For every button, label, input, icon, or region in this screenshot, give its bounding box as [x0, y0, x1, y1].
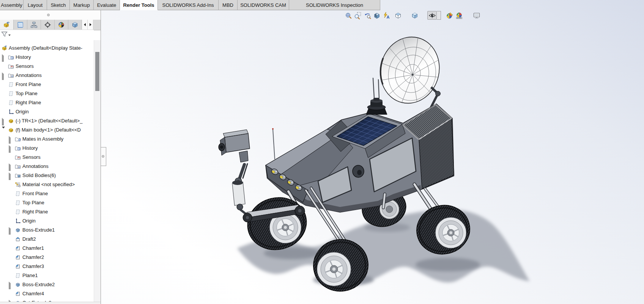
tree-item-chamfer2[interactable]: Chamfer2	[0, 253, 94, 262]
tree-item-plane1[interactable]: Plane1	[0, 271, 94, 280]
edit-appearance-button[interactable]	[445, 11, 454, 20]
chamfer-icon	[15, 254, 21, 260]
view-orientation-button[interactable]	[393, 11, 403, 20]
collapse-arrow-icon[interactable]	[2, 128, 6, 132]
solidworks-window: AssemblyLayoutSketchMarkupEvaluateRender…	[0, 0, 644, 304]
tab-markup[interactable]: Markup	[70, 0, 94, 10]
expand-arrow-icon[interactable]	[9, 229, 13, 232]
tree-item-label: Boss-Extrude1	[22, 226, 55, 235]
tree-item-top-plane[interactable]: Top Plane	[0, 198, 94, 207]
expand-arrow-icon[interactable]	[2, 119, 6, 123]
tab-mbd[interactable]: MBD	[219, 0, 238, 10]
tree-item-chamfer3[interactable]: Chamfer3	[0, 262, 94, 271]
tree-item-origin[interactable]: Origin	[0, 107, 94, 116]
plane-icon	[15, 191, 21, 197]
tree-item-annotations[interactable]: AAnnotations	[0, 162, 94, 171]
tree-item-boss-extrude1[interactable]: Boss-Extrude1	[0, 226, 94, 235]
tree-item-history[interactable]: History	[0, 144, 94, 153]
expand-arrow-icon[interactable]	[2, 74, 6, 78]
hide-show-items-dropdown[interactable]	[437, 11, 441, 20]
tree-item-solid-bodies-6[interactable]: Solid Bodies(6)	[0, 171, 94, 180]
panel-tab-bar	[0, 20, 101, 30]
previous-view-button[interactable]	[362, 11, 372, 20]
tree-item-origin[interactable]: Origin	[0, 216, 94, 226]
expand-arrow-icon[interactable]	[9, 147, 13, 150]
expand-arrow-icon[interactable]	[9, 165, 13, 169]
panel-tab-featuremanager-design-tree[interactable]	[0, 20, 14, 30]
tree-item-right-plane[interactable]: Right Plane	[0, 98, 94, 107]
tab-solidworks-cam[interactable]: SOLIDWORKS CAM	[238, 0, 289, 10]
panel-tab-cam-feature-tree[interactable]	[68, 20, 82, 30]
tab-solidworks-add-ins[interactable]: SOLIDWORKS Add-Ins	[158, 0, 219, 10]
zoom-to-fit-button[interactable]	[343, 11, 353, 20]
tree-item-sensors[interactable]: Sensors	[0, 62, 94, 71]
panel-tab-propertymanager[interactable]	[14, 20, 27, 30]
tree-item-mates-in-assembly[interactable]: Mates in Assembly	[0, 135, 94, 144]
tree-item-label: Boss-Extrude2	[22, 280, 55, 289]
view-settings-button[interactable]	[472, 11, 481, 20]
filter-dropdown-caret[interactable]	[8, 34, 11, 36]
tree-filter-row	[0, 30, 94, 40]
rover-body[interactable]	[266, 104, 454, 212]
tree-item-sensors[interactable]: Sensors	[0, 153, 94, 162]
expand-arrow-icon[interactable]	[9, 174, 13, 178]
tree-item-label: Annotations	[16, 71, 42, 80]
expand-arrow-icon[interactable]	[9, 283, 13, 287]
tree-item-boss-extrude2[interactable]: Boss-Extrude2	[0, 280, 94, 289]
tree-item-front-plane[interactable]: Front Plane	[0, 80, 94, 89]
section-view-button[interactable]	[372, 11, 381, 20]
expand-arrow-icon[interactable]	[9, 138, 13, 141]
panel-tab-configurationmanager[interactable]	[27, 20, 41, 30]
assembly-icon	[2, 45, 8, 51]
tree-item-right-plane[interactable]: Right Plane	[0, 207, 94, 216]
panel-splitter-handle[interactable]	[101, 147, 106, 166]
tab-assembly[interactable]: Assembly	[0, 0, 24, 10]
tree-item-tr-1-default-default[interactable]: (-) TR<1> (Default<<Default>_	[0, 116, 94, 125]
tree-item-top-plane[interactable]: Top Plane	[0, 89, 94, 98]
tree-item-chamfer1[interactable]: Chamfer1	[0, 244, 94, 253]
tree-item-draft2[interactable]: Draft2	[0, 235, 94, 244]
hide-show-items-button[interactable]	[427, 11, 437, 20]
tree-item-label: History	[16, 53, 31, 62]
tree-item-assembly-default-display-state[interactable]: Assembly (Default<Display State-	[0, 44, 94, 53]
tree-item-label: Mates in Assembly	[22, 135, 63, 144]
panel-tab-scroll-left[interactable]	[82, 20, 88, 30]
origin-icon	[8, 109, 14, 115]
apply-scene-button[interactable]	[454, 11, 464, 20]
edit-appearance-icon	[446, 12, 453, 19]
tree-scrollbar-thumb[interactable]	[95, 52, 99, 91]
filter-funnel-icon[interactable]	[1, 31, 8, 39]
apply-scene-dropdown[interactable]	[464, 11, 468, 20]
tree-item-front-plane[interactable]: Front Plane	[0, 189, 94, 198]
featuremanager-design-tree-icon	[3, 21, 10, 28]
panel-bottom-strip	[0, 302, 101, 304]
zoom-to-area-button[interactable]	[353, 11, 362, 20]
display-style-button[interactable]	[410, 11, 419, 20]
tree-item-annotations[interactable]: AAnnotations	[0, 71, 94, 80]
svg-text:A: A	[11, 75, 13, 77]
tab-sketch[interactable]: Sketch	[47, 0, 70, 10]
tree-scrollbar[interactable]	[94, 40, 101, 302]
tree-item-f-main-body-1-default-d[interactable]: (f) Main body<1> (Default<<D	[0, 125, 94, 135]
splitter-grip-dot	[102, 155, 104, 158]
tree-item-label: Sensors	[16, 62, 34, 71]
view-settings-dropdown[interactable]	[481, 11, 485, 20]
view-orientation-dropdown[interactable]	[403, 11, 407, 20]
tab-layout[interactable]: Layout	[24, 0, 47, 10]
panel-collapse-handle[interactable]	[47, 14, 50, 16]
tab-solidworks-inspection[interactable]: SOLIDWORKS Inspection	[289, 0, 380, 10]
panel-tab-dimxpertmanager[interactable]	[41, 20, 55, 30]
tree-item-label: Sensors	[22, 153, 41, 162]
boss-extrude-icon	[15, 227, 21, 233]
tab-render-tools[interactable]: Render Tools	[120, 0, 158, 10]
dynamic-annotation-views-button[interactable]: A	[381, 11, 391, 20]
tab-evaluate[interactable]: Evaluate	[94, 0, 120, 10]
expand-arrow-icon[interactable]	[2, 56, 6, 60]
panel-tab-displaymanager[interactable]	[55, 20, 68, 30]
tree-item-material-not-specified[interactable]: Material <not specified>	[0, 180, 94, 189]
tree-item-chamfer4[interactable]: Chamfer4	[0, 289, 94, 298]
display-style-dropdown[interactable]	[419, 11, 424, 20]
tree-item-history[interactable]: History	[0, 53, 94, 62]
part-icon	[8, 118, 14, 124]
panel-tab-scroll-right[interactable]	[88, 20, 93, 30]
